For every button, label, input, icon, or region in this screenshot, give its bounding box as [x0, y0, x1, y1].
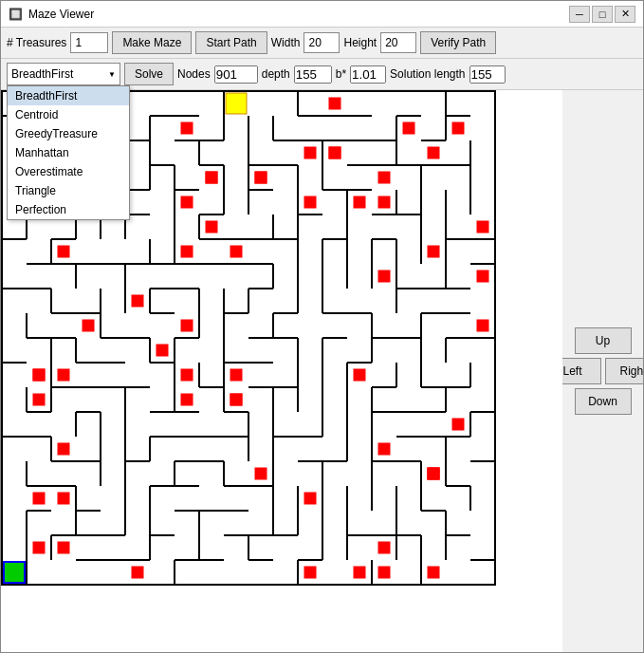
algorithm-option-triangle[interactable]: Triangle [8, 181, 129, 200]
treasures-label: # Treasures [7, 36, 66, 49]
toolbar-1: # Treasures 1 Make Maze Start Path Width… [1, 28, 643, 59]
algorithm-dropdown-wrapper: BreadthFirst ▼ BreadthFirst Centroid Gre… [7, 63, 120, 85]
algorithm-option-overestimate[interactable]: Overestimate [8, 162, 129, 181]
depth-label: depth [262, 67, 290, 81]
algorithm-menu: BreadthFirst Centroid GreedyTreasure Man… [7, 85, 130, 220]
height-input[interactable]: 20 [380, 32, 416, 53]
treasures-input[interactable]: 1 [70, 32, 108, 53]
toolbar-2: BreadthFirst ▼ BreadthFirst Centroid Gre… [1, 59, 643, 90]
main-window: 🔲 Maze Viewer ─ □ ✕ # Treasures 1 Make M… [0, 0, 644, 653]
b-label: b* [336, 67, 346, 81]
depth-input[interactable]: 155 [294, 65, 332, 84]
maximize-button[interactable]: □ [592, 6, 613, 23]
up-button[interactable]: Up [575, 327, 632, 354]
title-bar: 🔲 Maze Viewer ─ □ ✕ [1, 1, 643, 28]
width-label: Width [271, 36, 301, 49]
algorithm-option-centroid[interactable]: Centroid [8, 105, 129, 124]
window-title: Maze Viewer [28, 8, 94, 21]
make-maze-button[interactable]: Make Maze [112, 31, 192, 54]
down-button[interactable]: Down [575, 388, 632, 415]
dropdown-arrow-icon: ▼ [108, 70, 116, 79]
close-button[interactable]: ✕ [615, 6, 635, 23]
nodes-input[interactable]: 901 [214, 65, 258, 84]
solve-button[interactable]: Solve [124, 63, 174, 85]
algorithm-option-perfection[interactable]: Perfection [8, 200, 129, 219]
algorithm-option-greedytreasure[interactable]: GreedyTreasure [8, 124, 129, 143]
start-path-button[interactable]: Start Path [195, 31, 267, 54]
width-input[interactable]: 20 [304, 32, 340, 53]
right-panel: Up Left Right Down [562, 90, 643, 652]
algorithm-option-breadthfirst[interactable]: BreadthFirst [8, 86, 129, 105]
solution-length-input[interactable]: 155 [469, 65, 506, 84]
verify-path-button[interactable]: Verify Path [420, 31, 496, 54]
solution-length-label: Solution length [390, 67, 465, 81]
nodes-label: Nodes [177, 67, 211, 81]
height-label: Height [343, 36, 377, 49]
algorithm-selected-label: BreadthFirst [11, 67, 73, 81]
window-icon: 🔲 [9, 8, 23, 21]
algorithm-option-manhattan[interactable]: Manhattan [8, 143, 129, 162]
algorithm-dropdown[interactable]: BreadthFirst ▼ [7, 63, 120, 85]
minimize-button[interactable]: ─ [569, 6, 590, 23]
b-input[interactable]: 1.01 [350, 65, 386, 84]
right-button[interactable]: Right [605, 358, 644, 384]
